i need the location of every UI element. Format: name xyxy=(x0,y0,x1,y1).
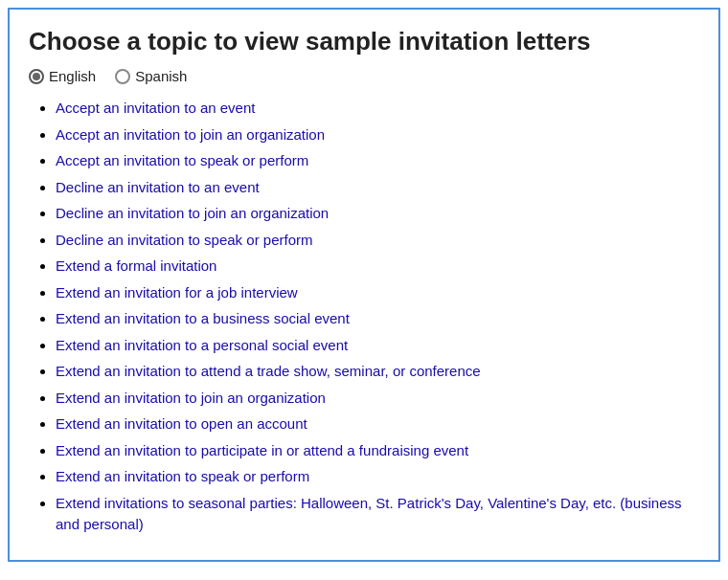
list-item: Accept an invitation to speak or perform xyxy=(56,150,699,172)
english-radio-option[interactable]: English xyxy=(29,68,96,84)
topic-link-14[interactable]: Extend an invitation to speak or perform xyxy=(56,468,309,484)
list-item: Extend an invitation to a personal socia… xyxy=(56,335,699,357)
topic-link-9[interactable]: Extend an invitation to a personal socia… xyxy=(56,337,348,353)
list-item: Accept an invitation to join an organiza… xyxy=(56,124,699,146)
topic-list: Accept an invitation to an eventAccept a… xyxy=(29,98,699,536)
topic-link-15[interactable]: Extend invitations to seasonal parties: … xyxy=(56,495,682,533)
english-radio-button[interactable] xyxy=(29,69,44,84)
spanish-radio-option[interactable]: Spanish xyxy=(115,68,187,84)
list-item: Extend an invitation to a business socia… xyxy=(56,308,699,330)
topic-link-13[interactable]: Extend an invitation to participate in o… xyxy=(56,442,468,458)
page-title: Choose a topic to view sample invitation… xyxy=(29,27,699,56)
list-item: Extend an invitation to join an organiza… xyxy=(56,388,699,410)
main-container: Choose a topic to view sample invitation… xyxy=(8,8,720,562)
topic-link-10[interactable]: Extend an invitation to attend a trade s… xyxy=(56,363,481,379)
list-item: Extend a formal invitation xyxy=(56,256,699,278)
topic-link-8[interactable]: Extend an invitation to a business socia… xyxy=(56,310,350,326)
list-item: Decline an invitation to join an organiz… xyxy=(56,203,699,225)
topic-link-6[interactable]: Extend a formal invitation xyxy=(56,257,216,274)
list-item: Extend an invitation to open an account xyxy=(56,413,699,435)
topic-link-11[interactable]: Extend an invitation to join an organiza… xyxy=(56,390,326,406)
topic-link-4[interactable]: Decline an invitation to join an organiz… xyxy=(56,205,329,221)
list-item: Extend invitations to seasonal parties: … xyxy=(56,493,699,536)
list-item: Accept an invitation to an event xyxy=(56,98,699,120)
english-label: English xyxy=(49,68,96,84)
topic-link-5[interactable]: Decline an invitation to speak or perfor… xyxy=(56,232,312,248)
list-item: Decline an invitation to speak or perfor… xyxy=(56,230,699,252)
topic-link-0[interactable]: Accept an invitation to an event xyxy=(56,100,255,116)
spanish-radio-button[interactable] xyxy=(115,69,130,84)
topic-link-7[interactable]: Extend an invitation for a job interview xyxy=(56,284,298,301)
topic-link-12[interactable]: Extend an invitation to open an account xyxy=(56,415,307,432)
list-item: Extend an invitation for a job interview xyxy=(56,282,699,304)
list-item: Extend an invitation to participate in o… xyxy=(56,440,699,462)
list-item: Decline an invitation to an event xyxy=(56,177,699,199)
topic-link-1[interactable]: Accept an invitation to join an organiza… xyxy=(56,126,325,143)
spanish-label: Spanish xyxy=(135,68,187,84)
topic-link-2[interactable]: Accept an invitation to speak or perform xyxy=(56,152,308,168)
language-selector: English Spanish xyxy=(29,68,699,84)
list-item: Extend an invitation to speak or perform xyxy=(56,466,699,488)
list-item: Extend an invitation to attend a trade s… xyxy=(56,361,699,383)
topic-link-3[interactable]: Decline an invitation to an event xyxy=(56,179,260,195)
